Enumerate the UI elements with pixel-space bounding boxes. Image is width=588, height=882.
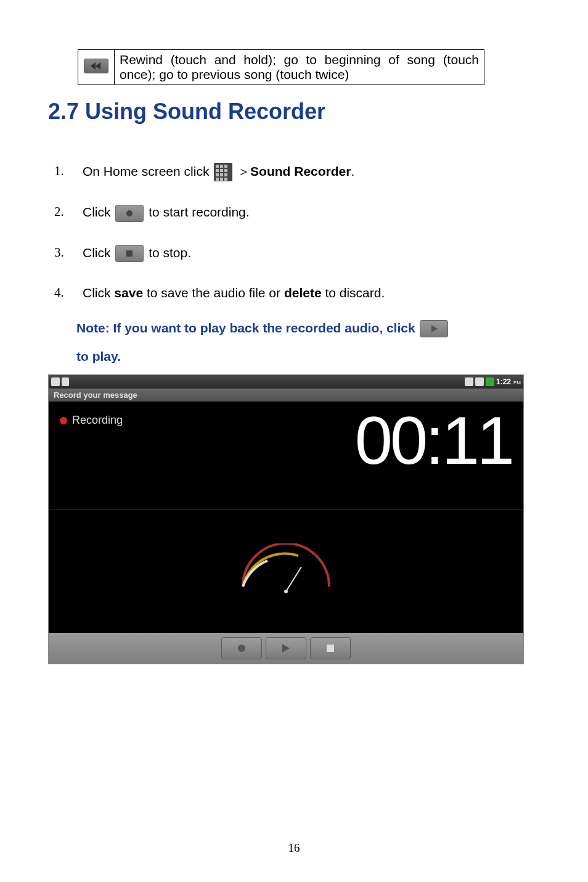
record-button-icon — [115, 205, 144, 222]
step-number-4: 4. — [54, 283, 83, 303]
stop-icon — [327, 645, 334, 652]
status-left — [51, 377, 69, 386]
rewind-icon — [84, 59, 108, 73]
stop-button[interactable] — [310, 637, 351, 659]
vu-meter-area — [49, 509, 523, 633]
step-1-sound-recorder: Sound Recorder — [250, 164, 351, 178]
step-3-body: Click to stop. — [83, 243, 540, 263]
recording-status: Recording — [60, 414, 123, 427]
step-1-text-b: ＞ — [237, 164, 250, 178]
step-3-text-b: to stop. — [149, 245, 191, 260]
note-text-a: Note: If you want to play back the recor… — [76, 321, 419, 335]
status-right: 1:22 PM — [465, 377, 521, 386]
step-4-delete: delete — [284, 286, 322, 300]
status-bar: 1:22 PM — [49, 375, 523, 389]
network-3g-icon — [465, 377, 473, 386]
record-button[interactable] — [221, 637, 262, 659]
note-text-b: to play. — [76, 349, 121, 363]
step-4-body: Click save to save the audio file or del… — [83, 283, 540, 303]
step-4-save: save — [114, 286, 143, 300]
step-3-text-a: Click — [83, 245, 114, 260]
recording-timer: 00:11 — [355, 406, 512, 474]
recorder-controls — [49, 633, 523, 664]
usb-icon — [62, 377, 69, 386]
sd-card-icon — [51, 377, 60, 386]
stop-button-icon — [115, 245, 144, 262]
rewind-icon-cell — [78, 50, 115, 85]
status-time: 1:22 — [496, 377, 511, 386]
svg-marker-0 — [96, 62, 100, 70]
recording-status-label: Recording — [72, 414, 123, 427]
step-1-body: On Home screen click ＞Sound Recorder. — [83, 162, 540, 181]
step-number-3: 3. — [54, 243, 83, 263]
recorder-main-area: Recording 00:11 — [49, 402, 523, 509]
play-button-icon — [420, 320, 448, 337]
play-icon — [282, 644, 290, 653]
step-1-text-a: On Home screen click — [83, 164, 213, 178]
recorder-screenshot: 1:22 PM Record your message Recording 00… — [48, 374, 524, 664]
section-heading: 2.7 Using Sound Recorder — [48, 99, 540, 125]
play-button[interactable] — [266, 637, 306, 659]
step-2-text-a: Click — [83, 205, 114, 219]
page-number: 16 — [0, 841, 588, 855]
step-2-body: Click to start recording. — [83, 202, 540, 222]
recording-indicator-icon — [60, 417, 67, 424]
svg-marker-1 — [91, 62, 96, 70]
apps-grid-icon — [214, 163, 232, 181]
svg-line-2 — [286, 567, 301, 591]
step-4-text-e: to discard. — [322, 286, 385, 300]
battery-icon — [486, 377, 494, 386]
step-number-1: 1. — [54, 162, 83, 181]
status-time-pm: PM — [513, 379, 521, 385]
step-4-text-a: Click — [83, 286, 114, 300]
recorder-title-bar: Record your message — [49, 389, 523, 402]
rewind-description-table: Rewind (touch and hold); go to beginning… — [78, 49, 484, 85]
svg-point-3 — [284, 590, 288, 593]
vu-meter-icon — [231, 543, 341, 599]
record-icon — [238, 645, 245, 652]
step-4-text-c: to save the audio file or — [143, 286, 284, 300]
signal-icon — [475, 377, 484, 386]
step-2-text-b: to start recording. — [149, 205, 249, 219]
step-1-text-d: . — [351, 164, 354, 178]
step-number-2: 2. — [54, 202, 83, 222]
steps-list: 1. On Home screen click ＞Sound Recorder.… — [54, 162, 540, 303]
note-block: Note: If you want to play back the recor… — [76, 314, 540, 371]
rewind-description: Rewind (touch and hold); go to beginning… — [115, 50, 484, 85]
